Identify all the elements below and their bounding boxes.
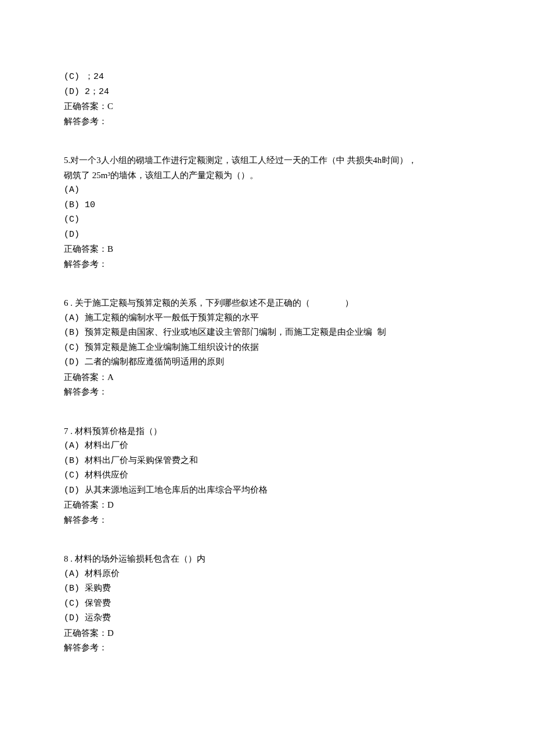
q6-option-b: (B) 预算定额是由国家、行业或地区建设主管部门编制，而施工定额是由企业编 制	[64, 325, 470, 341]
q5-answer: 正确答案：B	[64, 242, 470, 257]
q7-option-b: (B) 材料出厂价与采购保管费之和	[64, 454, 470, 469]
q4-option-d: (D) 2；24	[64, 85, 470, 100]
question-5: 5.对一个3人小组的砌墙工作进行定额测定，该组工人经过一天的工作（中 共损失4h…	[64, 153, 470, 272]
q7-answer: 正确答案：D	[64, 498, 470, 513]
question-6: 6 . 关于施工定额与预算定额的关系，下列哪些叙述不是正确的（ ） (A) 施工…	[64, 296, 470, 400]
q8-option-d: (D) 运杂费	[64, 611, 470, 626]
q5-stem-line1: 5.对一个3人小组的砌墙工作进行定额测定，该组工人经过一天的工作（中 共损失4h…	[64, 153, 470, 168]
q6-explanation: 解答参考：	[64, 385, 470, 400]
q7-stem: 7 . 材料预算价格是指（）	[64, 424, 470, 439]
q4-explanation: 解答参考：	[64, 114, 470, 129]
q6-answer: 正确答案：A	[64, 370, 470, 385]
q6-option-d: (D) 二者的编制都应遵循简明适用的原则	[64, 355, 470, 370]
q6-stem: 6 . 关于施工定额与预算定额的关系，下列哪些叙述不是正确的（ ）	[64, 296, 470, 311]
page: (C) ；24 (D) 2；24 正确答案：C 解答参考： 5.对一个3人小组的…	[0, 0, 534, 756]
q8-option-c: (C) 保管费	[64, 596, 470, 612]
q8-answer: 正确答案：D	[64, 626, 470, 641]
q5-option-b: (B) 10	[64, 198, 470, 213]
q8-explanation: 解答参考：	[64, 641, 470, 656]
q7-option-d: (D) 从其来源地运到工地仓库后的出库综合平均价格	[64, 483, 470, 498]
question-8: 8 . 材料的场外运输损耗包含在（）内 (A) 材料原价 (B) 采购费 (C)…	[64, 552, 470, 656]
question-4-partial: (C) ；24 (D) 2；24 正确答案：C 解答参考：	[64, 70, 470, 129]
q8-option-b: (B) 采购费	[64, 581, 470, 596]
q5-explanation: 解答参考：	[64, 257, 470, 272]
q7-option-a: (A) 材料出厂价	[64, 439, 470, 454]
q6-option-a: (A) 施工定额的编制水平一般低于预算定额的水平	[64, 311, 470, 326]
q4-option-c: (C) ；24	[64, 70, 470, 85]
question-7: 7 . 材料预算价格是指（） (A) 材料出厂价 (B) 材料出厂价与采购保管费…	[64, 424, 470, 528]
q7-option-c: (C) 材料供应价	[64, 468, 470, 483]
q5-option-a: (A)	[64, 183, 470, 198]
q5-option-d: (D)	[64, 227, 470, 243]
q4-answer: 正确答案：C	[64, 99, 470, 114]
q8-stem: 8 . 材料的场外运输损耗包含在（）内	[64, 552, 470, 567]
q7-explanation: 解答参考：	[64, 513, 470, 528]
q8-option-a: (A) 材料原价	[64, 567, 470, 582]
q6-option-c: (C) 预算定额是施工企业编制施工组织设计的依据	[64, 341, 470, 356]
q5-option-c: (C)	[64, 212, 470, 227]
q5-stem-line2: 砌筑了 25m³的墙体，该组工人的产量定额为（）。	[64, 168, 470, 183]
